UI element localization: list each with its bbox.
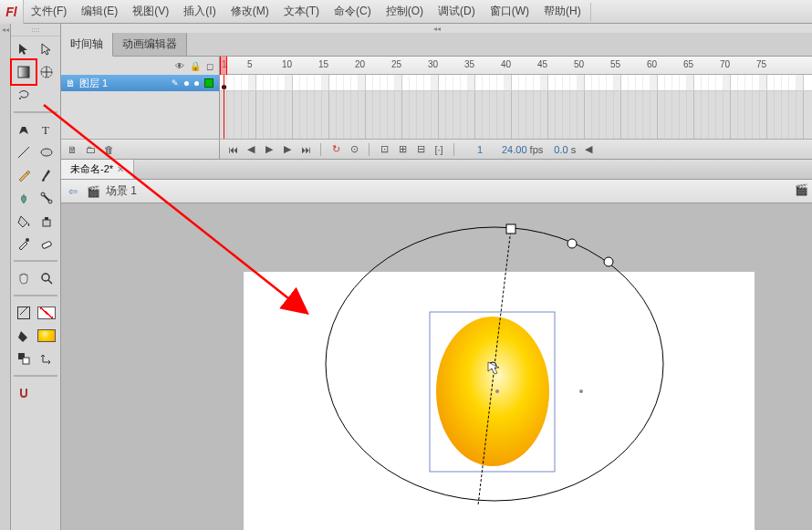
scene-icon: 🎬 xyxy=(87,185,100,198)
timeline-grip[interactable]: ◂◂ xyxy=(61,24,812,33)
menu-debug[interactable]: 调试(D) xyxy=(431,0,483,23)
new-folder-button[interactable]: 🗀 xyxy=(83,142,98,157)
menu-view[interactable]: 视图(V) xyxy=(125,0,176,23)
line-tool[interactable] xyxy=(14,142,34,162)
hand-tool[interactable] xyxy=(14,268,34,288)
paint-bucket-tool[interactable] xyxy=(14,211,34,231)
menu-modify[interactable]: 修改(M) xyxy=(224,0,276,23)
play-button[interactable]: ▶ xyxy=(262,142,276,157)
next-frame-button[interactable]: ▶ xyxy=(280,142,295,157)
gradient-width-handle[interactable] xyxy=(567,239,577,248)
close-document-icon[interactable]: ✕ xyxy=(117,164,124,174)
svg-point-11 xyxy=(26,238,29,242)
pen-tool[interactable] xyxy=(14,120,34,140)
gradient-rotate-handle[interactable] xyxy=(604,257,613,266)
menu-control[interactable]: 控制(O) xyxy=(379,0,431,23)
ruler-tick: 70 xyxy=(720,59,730,69)
timeline-tabs: 时间轴 动画编辑器 xyxy=(61,33,812,57)
onion-skin-button[interactable]: ⊙ xyxy=(347,142,361,157)
eyedropper-tool[interactable] xyxy=(14,234,34,254)
brush-tool[interactable] xyxy=(36,165,57,185)
default-colors-tool[interactable] xyxy=(36,348,57,369)
ink-bottle-tool[interactable] xyxy=(36,211,57,231)
menu-help[interactable]: 帮助(H) xyxy=(536,0,588,23)
menu-text[interactable]: 文本(T) xyxy=(276,0,327,23)
layer-pencil-icon[interactable]: ✎ xyxy=(172,78,179,88)
svg-rect-12 xyxy=(42,241,52,249)
dock-strip[interactable]: ◂◂ xyxy=(0,24,11,530)
onion-markers-button[interactable]: [·] xyxy=(432,142,446,157)
deco-tool[interactable] xyxy=(14,188,34,208)
outline-header-icon[interactable]: ◻ xyxy=(206,61,213,71)
svg-rect-16 xyxy=(23,358,29,364)
delete-layer-button[interactable]: 🗑 xyxy=(101,142,116,157)
snap-tool[interactable] xyxy=(14,383,34,403)
transform-tool[interactable] xyxy=(36,62,57,82)
bone-tool[interactable] xyxy=(36,188,57,208)
prev-frame-button[interactable]: ◀ xyxy=(244,142,258,157)
onion-outlines-button[interactable]: ⊞ xyxy=(395,142,410,157)
tab-timeline[interactable]: 时间轴 xyxy=(61,33,113,57)
svg-point-13 xyxy=(42,274,49,281)
text-tool[interactable]: T xyxy=(36,120,57,140)
ruler-tick: 10 xyxy=(282,59,292,69)
stroke-color-tool[interactable] xyxy=(14,303,34,323)
loop-button[interactable]: ↻ xyxy=(328,142,343,157)
keyframe-dot[interactable] xyxy=(222,85,226,89)
layer-lock-dot[interactable] xyxy=(194,81,199,86)
tab-anim-editor[interactable]: 动画编辑器 xyxy=(113,33,187,56)
center-frame-button[interactable]: ⊡ xyxy=(377,142,391,157)
document-tab[interactable]: 未命名-2* ✕ xyxy=(61,160,134,179)
stroke-color-chip[interactable] xyxy=(36,303,57,323)
gradient-scale-handle[interactable] xyxy=(506,224,515,234)
current-frame-value: 1 xyxy=(467,144,493,155)
oval-tool[interactable] xyxy=(36,142,57,162)
fill-color-chip[interactable] xyxy=(36,326,57,346)
lasso-tool[interactable] xyxy=(14,85,34,105)
main-area: ◂◂ 时间轴 动画编辑器 👁 🔒 ◻ 🗎 图层 1 ✎ xyxy=(61,24,812,530)
ruler-tick: 55 xyxy=(610,59,620,69)
layer-outline-chip[interactable] xyxy=(204,78,213,88)
frames-area[interactable]: 151015202530354045505560657075 xyxy=(220,57,812,139)
selection-tool[interactable] xyxy=(14,39,34,59)
first-frame-button[interactable]: ⏮ xyxy=(225,142,240,157)
timeline-scroll-left[interactable]: ◀ xyxy=(581,142,596,157)
tools-grip[interactable]: :::: xyxy=(11,24,60,36)
eraser-tool[interactable] xyxy=(36,234,57,254)
stage[interactable] xyxy=(61,203,812,530)
back-button[interactable]: ⇦ xyxy=(65,183,81,200)
layer-visible-dot[interactable] xyxy=(184,81,189,86)
ruler-tick: 15 xyxy=(318,59,328,69)
canvas[interactable] xyxy=(244,272,755,530)
app-logo: Fl xyxy=(0,0,24,24)
fill-color-tool[interactable] xyxy=(14,326,34,346)
lock-header-icon[interactable]: 🔒 xyxy=(190,61,201,71)
menu-edit[interactable]: 编辑(E) xyxy=(74,0,125,23)
subselection-tool[interactable] xyxy=(36,39,57,59)
separator xyxy=(14,375,57,377)
new-layer-button[interactable]: 🗎 xyxy=(65,142,79,157)
ruler-tick: 1 xyxy=(222,59,227,69)
menu-window[interactable]: 窗口(W) xyxy=(483,0,536,23)
frames-row[interactable] xyxy=(220,75,812,91)
swap-colors-tool[interactable] xyxy=(14,348,34,369)
time-value: 0.0 s xyxy=(552,144,578,155)
document-bar: 未命名-2* ✕ xyxy=(61,160,812,180)
svg-text:T: T xyxy=(42,123,49,137)
layer-name: 图层 1 xyxy=(79,77,108,90)
tools-panel: :::: T xyxy=(11,24,61,530)
edit-scene-icon[interactable]: 🎬 xyxy=(795,183,808,196)
gradient-transform-tool[interactable] xyxy=(14,62,34,82)
layer-row[interactable]: 🗎 图层 1 ✎ xyxy=(61,75,219,91)
edit-multiple-button[interactable]: ⊟ xyxy=(413,142,428,157)
last-frame-button[interactable]: ⏭ xyxy=(298,142,313,157)
menu-commands[interactable]: 命令(C) xyxy=(327,0,379,23)
pencil-tool[interactable] xyxy=(14,165,34,185)
frame-ruler[interactable]: 151015202530354045505560657075 xyxy=(220,57,812,75)
visibility-header-icon[interactable]: 👁 xyxy=(175,61,184,71)
menu-insert[interactable]: 插入(I) xyxy=(176,0,223,23)
separator xyxy=(14,295,57,296)
menu-file[interactable]: 文件(F) xyxy=(24,0,74,23)
zoom-tool[interactable] xyxy=(36,268,57,288)
layer-icon: 🗎 xyxy=(65,78,76,88)
